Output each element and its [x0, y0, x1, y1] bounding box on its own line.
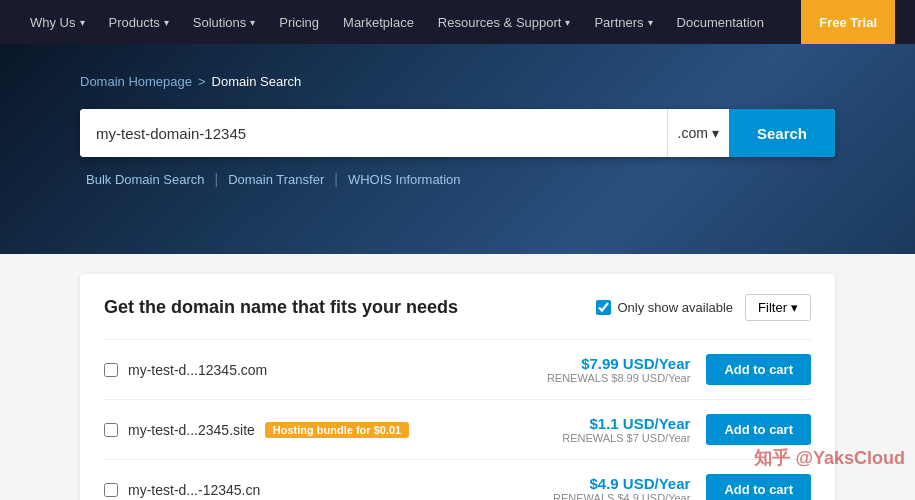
price-main-0: $7.99 USD/Year: [547, 355, 690, 372]
price-wrap-0: $7.99 USD/Year RENEWALS $8.99 USD/Year: [547, 355, 690, 384]
search-button[interactable]: Search: [729, 109, 835, 157]
domain-checkbox-0[interactable]: [104, 363, 118, 377]
add-cart-button-0[interactable]: Add to cart: [706, 354, 811, 385]
main-content: Get the domain name that fits your needs…: [0, 254, 915, 500]
table-row: my-test-d...2345.site Hosting bundle for…: [104, 399, 811, 459]
search-bar: .com ▾ Search: [80, 109, 835, 157]
chevron-down-icon: ▾: [80, 17, 85, 28]
chevron-down-icon: ▾: [712, 125, 719, 141]
nav-items: Why Us ▾ Products ▾ Solutions ▾ Pricing …: [20, 0, 774, 44]
tld-selector[interactable]: .com ▾: [667, 109, 729, 157]
nav-item-docs[interactable]: Documentation: [667, 0, 774, 44]
add-cart-button-2[interactable]: Add to cart: [706, 474, 811, 500]
results-title: Get the domain name that fits your needs: [104, 297, 458, 318]
domain-name-0: my-test-d...12345.com: [128, 362, 267, 378]
breadcrumb-parent[interactable]: Domain Homepage: [80, 74, 192, 89]
free-trial-button[interactable]: Free Trial: [801, 0, 895, 44]
results-controls: Only show available Filter ▾: [596, 294, 811, 321]
sub-nav-bulk-search[interactable]: Bulk Domain Search: [80, 172, 211, 187]
table-row: my-test-d...12345.com $7.99 USD/Year REN…: [104, 339, 811, 399]
nav-item-partners[interactable]: Partners ▾: [584, 0, 662, 44]
price-renewal-0: RENEWALS $8.99 USD/Year: [547, 372, 690, 384]
chevron-down-icon: ▾: [164, 17, 169, 28]
domain-checkbox-2[interactable]: [104, 483, 118, 497]
main-nav: Why Us ▾ Products ▾ Solutions ▾ Pricing …: [0, 0, 915, 44]
nav-item-solutions[interactable]: Solutions ▾: [183, 0, 265, 44]
chevron-down-icon: ▾: [250, 17, 255, 28]
domain-row-left: my-test-d...12345.com: [104, 362, 267, 378]
nav-item-why-us[interactable]: Why Us ▾: [20, 0, 95, 44]
nav-item-marketplace[interactable]: Marketplace: [333, 0, 424, 44]
breadcrumb-current: Domain Search: [212, 74, 302, 89]
domain-row-right: $4.9 USD/Year RENEWALS $4.9 USD/Year Add…: [553, 474, 811, 500]
sub-nav: Bulk Domain Search | Domain Transfer | W…: [80, 171, 835, 187]
sub-nav-separator: |: [334, 171, 338, 187]
nav-item-resources[interactable]: Resources & Support ▾: [428, 0, 581, 44]
domain-row-left: my-test-d...2345.site Hosting bundle for…: [104, 422, 409, 438]
price-wrap-1: $1.1 USD/Year RENEWALS $7 USD/Year: [562, 415, 690, 444]
table-row: my-test-d...-12345.cn $4.9 USD/Year RENE…: [104, 459, 811, 500]
domain-checkbox-1[interactable]: [104, 423, 118, 437]
tld-value: .com: [678, 125, 708, 141]
chevron-down-icon: ▾: [791, 300, 798, 315]
sub-nav-whois[interactable]: WHOIS Information: [342, 172, 467, 187]
domain-row-right: $1.1 USD/Year RENEWALS $7 USD/Year Add t…: [562, 414, 811, 445]
price-renewal-2: RENEWALS $4.9 USD/Year: [553, 492, 690, 500]
sub-nav-domain-transfer[interactable]: Domain Transfer: [222, 172, 330, 187]
domain-row-right: $7.99 USD/Year RENEWALS $8.99 USD/Year A…: [547, 354, 811, 385]
nav-item-pricing[interactable]: Pricing: [269, 0, 329, 44]
price-renewal-1: RENEWALS $7 USD/Year: [562, 432, 690, 444]
hero-section: Domain Homepage > Domain Search .com ▾ S…: [0, 44, 915, 254]
show-available-label[interactable]: Only show available: [596, 300, 733, 315]
sub-nav-separator: |: [215, 171, 219, 187]
price-main-1: $1.1 USD/Year: [562, 415, 690, 432]
search-input[interactable]: [80, 109, 667, 157]
results-header: Get the domain name that fits your needs…: [104, 294, 811, 321]
breadcrumb: Domain Homepage > Domain Search: [80, 74, 835, 89]
chevron-down-icon: ▾: [565, 17, 570, 28]
nav-item-products[interactable]: Products ▾: [99, 0, 179, 44]
price-wrap-2: $4.9 USD/Year RENEWALS $4.9 USD/Year: [553, 475, 690, 500]
results-card: Get the domain name that fits your needs…: [80, 274, 835, 500]
chevron-down-icon: ▾: [648, 17, 653, 28]
domain-row-left: my-test-d...-12345.cn: [104, 482, 260, 498]
show-available-checkbox[interactable]: [596, 300, 611, 315]
breadcrumb-separator: >: [198, 74, 206, 89]
bundle-badge-1: Hosting bundle for $0.01: [265, 422, 409, 438]
domain-name-2: my-test-d...-12345.cn: [128, 482, 260, 498]
price-main-2: $4.9 USD/Year: [553, 475, 690, 492]
domain-name-1: my-test-d...2345.site: [128, 422, 255, 438]
filter-button[interactable]: Filter ▾: [745, 294, 811, 321]
add-cart-button-1[interactable]: Add to cart: [706, 414, 811, 445]
